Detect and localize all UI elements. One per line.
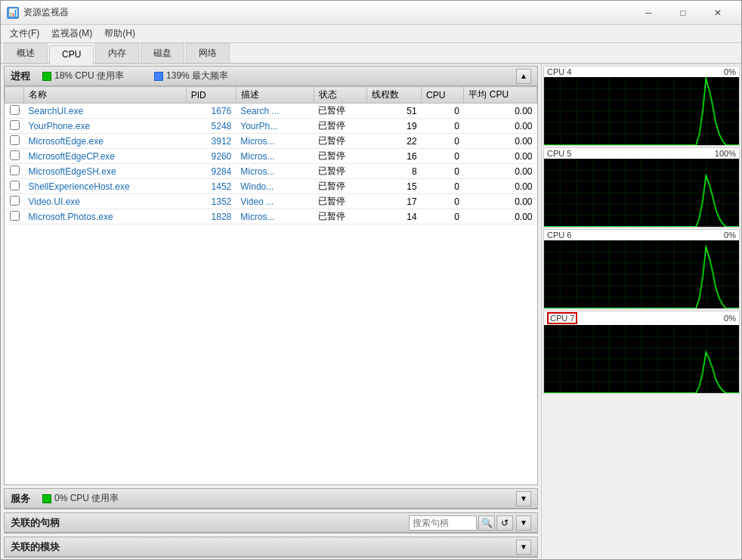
col-threads[interactable]: 线程数 (367, 87, 422, 104)
handles-section: 关联的句柄 🔍 ↺ ▼ (4, 512, 538, 534)
modules-section-header[interactable]: 关联的模块 ▼ (5, 537, 537, 557)
cpu-graph-header-cpu5: CPU 5 100% (544, 148, 739, 159)
cpu-percent-cpu7: 0% (724, 314, 736, 323)
row-desc: Micros... (236, 149, 314, 164)
modules-expand-button[interactable]: ▼ (516, 540, 531, 555)
tab-overview[interactable]: 概述 (4, 43, 48, 63)
row-avgcpu: 0.00 (464, 194, 537, 209)
close-button[interactable]: ✕ (700, 1, 735, 25)
row-name: MicrosoftEdgeCP.exe (24, 149, 187, 164)
row-name: ShellExperienceHost.exe (24, 179, 187, 194)
col-cpu[interactable]: CPU (422, 87, 464, 104)
row-avgcpu: 0.00 (464, 179, 537, 194)
cpu-graph-cpu5: CPU 5 100% (543, 147, 740, 227)
cpu-graphs-scroll[interactable]: CPU 4 0%CPU 5 100%CPU 6 0%CPU 7 0% (542, 64, 741, 559)
cpu-label-cpu6: CPU 6 (547, 230, 571, 240)
row-threads: 14 (367, 209, 422, 224)
handles-search-box: 🔍 ↺ (409, 515, 513, 531)
cpu-green-indicator (42, 72, 51, 81)
row-desc: Search ... (236, 104, 314, 119)
row-cpu: 0 (422, 149, 464, 164)
app-icon: 📊 (7, 7, 19, 19)
cpu-canvas-cpu4 (544, 77, 739, 145)
maximize-button[interactable]: □ (666, 1, 700, 25)
row-avgcpu: 0.00 (464, 164, 537, 179)
row-threads: 22 (367, 134, 422, 149)
row-state: 已暂停 (314, 164, 367, 179)
main-content: 进程 18% CPU 使用率 139% 最大频率 ▲ (1, 64, 741, 559)
row-checkbox[interactable] (10, 135, 20, 145)
cpu-percent-cpu5: 100% (715, 149, 736, 158)
table-row[interactable]: ShellExperienceHost.exe 1452 Windo... 已暂… (5, 179, 537, 194)
row-checkbox[interactable] (10, 181, 20, 190)
process-title: 进程 (11, 70, 30, 83)
row-name: YourPhone.exe (24, 119, 187, 134)
row-checkbox[interactable] (10, 150, 20, 160)
row-desc: Video ... (236, 194, 314, 209)
tab-network[interactable]: 网络 (186, 43, 230, 63)
menu-file[interactable]: 文件(F) (4, 26, 45, 42)
handles-search-input[interactable] (409, 515, 477, 531)
table-row[interactable]: SearchUI.exe 1676 Search ... 已暂停 51 0 0.… (5, 104, 537, 119)
window-title: 资源监视器 (23, 6, 631, 19)
row-checkbox[interactable] (10, 120, 20, 130)
handles-expand-button[interactable]: ▼ (516, 515, 531, 531)
row-state: 已暂停 (314, 119, 367, 134)
row-checkbox[interactable] (10, 166, 20, 175)
row-checkbox[interactable] (10, 196, 20, 206)
process-cpu-stat: 18% CPU 使用率 (42, 70, 124, 82)
row-cpu: 0 (422, 134, 464, 149)
tab-disk[interactable]: 磁盘 (141, 43, 184, 63)
row-threads: 51 (367, 104, 422, 119)
row-name: MicrosoftEdgeSH.exe (24, 164, 187, 179)
row-pid: 9260 (186, 149, 236, 164)
row-state: 已暂停 (314, 209, 367, 224)
table-row[interactable]: YourPhone.exe 5248 YourPh... 已暂停 19 0 0.… (5, 119, 537, 134)
col-desc[interactable]: 描述 (236, 87, 314, 104)
row-checkbox[interactable] (10, 105, 20, 115)
tab-cpu[interactable]: CPU (49, 45, 94, 64)
col-name[interactable]: 名称 (24, 87, 187, 104)
col-pid[interactable]: PID (186, 87, 236, 104)
row-pid: 1676 (186, 104, 236, 119)
col-avgcpu[interactable]: 平均 CPU (464, 87, 537, 104)
cpu-graph-cpu6: CPU 6 0% (543, 229, 740, 309)
process-table-container[interactable]: 名称 PID 描述 状态 线程数 CPU 平均 CPU SearchUI.exe (5, 86, 537, 484)
table-row[interactable]: MicrosoftEdgeSH.exe 9284 Micros... 已暂停 8… (5, 164, 537, 179)
freq-blue-indicator (154, 72, 163, 81)
menu-bar: 文件(F) 监视器(M) 帮助(H) (1, 25, 741, 43)
services-cpu-usage: 0% CPU 使用率 (54, 492, 119, 505)
row-threads: 17 (367, 194, 422, 209)
menu-monitor[interactable]: 监视器(M) (45, 26, 98, 42)
row-avgcpu: 0.00 (464, 209, 537, 224)
cpu-graph-cpu4: CPU 4 0% (543, 66, 740, 146)
process-cpu-usage: 18% CPU 使用率 (54, 70, 124, 82)
row-pid: 9284 (186, 164, 236, 179)
tab-memory[interactable]: 内存 (95, 43, 139, 63)
services-expand-button[interactable]: ▼ (516, 491, 531, 506)
process-section-header[interactable]: 进程 18% CPU 使用率 139% 最大频率 ▲ (5, 67, 537, 86)
row-avgcpu: 0.00 (464, 119, 537, 134)
handles-section-header[interactable]: 关联的句柄 🔍 ↺ ▼ (5, 513, 537, 533)
services-cpu-stat: 0% CPU 使用率 (42, 492, 119, 505)
table-row[interactable]: MicrosoftEdge.exe 3912 Micros... 已暂停 22 … (5, 134, 537, 149)
title-bar: 📊 资源监视器 ─ □ ✕ (1, 1, 741, 25)
handles-refresh-button[interactable]: ↺ (496, 515, 513, 531)
table-row[interactable]: Microsoft.Photos.exe 1828 Micros... 已暂停 … (5, 209, 537, 224)
handles-search-button[interactable]: 🔍 (478, 515, 495, 531)
title-controls: ─ □ ✕ (631, 1, 735, 25)
table-row[interactable]: Video.UI.exe 1352 Video ... 已暂停 17 0 0.0… (5, 194, 537, 209)
row-desc: Micros... (236, 134, 314, 149)
table-row[interactable]: MicrosoftEdgeCP.exe 9260 Micros... 已暂停 1… (5, 149, 537, 164)
services-section-header[interactable]: 服务 0% CPU 使用率 ▼ (5, 489, 537, 509)
row-avgcpu: 0.00 (464, 104, 537, 119)
menu-help[interactable]: 帮助(H) (98, 26, 141, 42)
row-cpu: 0 (422, 194, 464, 209)
col-state[interactable]: 状态 (314, 87, 367, 104)
process-expand-button[interactable]: ▲ (516, 69, 531, 84)
row-checkbox[interactable] (10, 211, 20, 221)
minimize-button[interactable]: ─ (631, 1, 666, 25)
row-name: Video.UI.exe (24, 194, 187, 209)
row-cpu: 0 (422, 179, 464, 194)
cpu-label-cpu4: CPU 4 (547, 67, 571, 76)
